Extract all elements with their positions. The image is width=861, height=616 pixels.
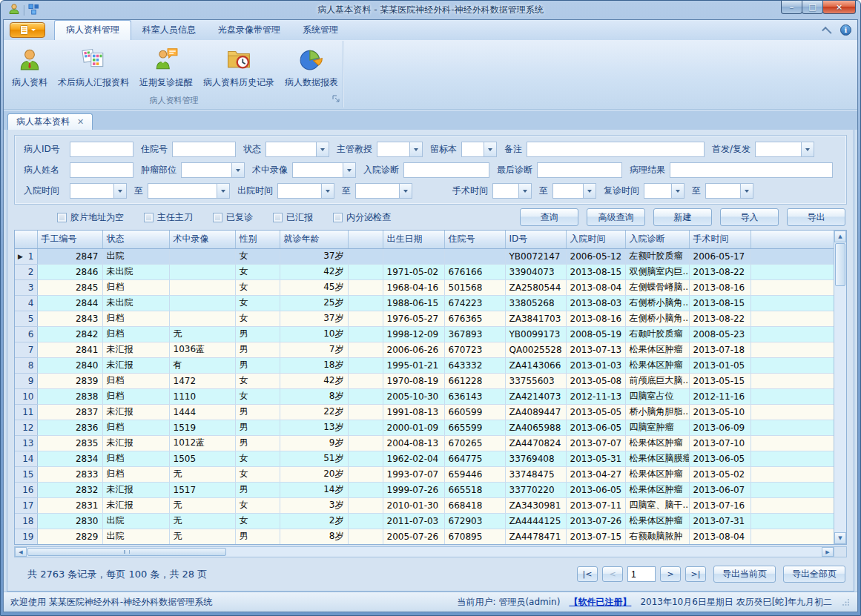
app-menu-button[interactable] (10, 22, 45, 38)
column-header-visit-age[interactable]: 就诊年龄 (280, 231, 348, 248)
cell-admission-no[interactable]: 501568 (444, 279, 505, 295)
cell-manual-no[interactable]: 2840 (37, 357, 102, 373)
cell-sex[interactable]: 男 (235, 435, 280, 451)
column-header-manual-no[interactable]: 手工编号 (37, 231, 102, 248)
cell-surgery-date[interactable]: 2012-11-16 (689, 388, 751, 404)
ribbon-tab-disc-tape-management[interactable]: 光盘录像带管理 (207, 20, 291, 40)
table-row[interactable]: 22846未出院女42岁1971-05-02676166339040732013… (15, 264, 835, 279)
cell-birth-date[interactable]: 1998-12-09 (383, 326, 444, 342)
surgery-video-combo-input[interactable] (293, 163, 343, 177)
cell-admission-no[interactable]: 674223 (444, 295, 505, 311)
cell-surgery-video[interactable]: 无 (169, 466, 235, 482)
cell-admission-no[interactable]: 636143 (444, 388, 505, 404)
chevron-down-icon[interactable] (231, 163, 244, 177)
table-row[interactable]: 42844未出院女25岁1988-06-15674223338052682013… (15, 295, 835, 311)
cell-admission-no[interactable]: 665518 (444, 482, 505, 497)
ribbon-tab-system-management[interactable]: 系统管理 (291, 20, 349, 40)
remarks-input[interactable] (527, 142, 705, 157)
cell-surgery-date[interactable]: 2013-08-22 (689, 311, 751, 326)
cell-admission-diagnosis[interactable]: 右颞叶胶质瘤 (625, 326, 689, 342)
cell-surgery-date[interactable]: 2013-05-15 (689, 373, 751, 388)
discharge-date-to-combo-input[interactable] (356, 184, 399, 198)
cell-sex[interactable]: 女 (235, 295, 280, 311)
table-row[interactable]: 142834归档1505女51岁1962-02-0466477533769408… (15, 451, 835, 466)
cell-manual-no[interactable]: 2842 (37, 326, 102, 342)
cell-manual-no[interactable]: 2844 (37, 295, 102, 311)
cell-admission-diagnosis[interactable]: 右额颞脑脓肿 (625, 529, 689, 544)
table-row[interactable]: 162832未汇报1517男14岁1999-07-266655183377022… (15, 482, 835, 497)
cell-manual-no[interactable]: 2834 (37, 451, 102, 466)
cell-manual-no[interactable]: 2836 (37, 420, 102, 435)
cell-admission-date[interactable]: 2013-08-16 (566, 311, 625, 326)
cell-visit-age[interactable]: 51岁 (280, 451, 348, 466)
cell-id-no[interactable]: ZA4214073 (505, 388, 566, 404)
cell-admission-date[interactable]: 2013-01-03 (566, 357, 625, 373)
dialog-launcher-icon[interactable] (332, 95, 340, 105)
cell-admission-date[interactable]: 2013-07-07 (566, 435, 625, 451)
cell-birth-date[interactable] (383, 248, 444, 264)
tumor-site-combo-input[interactable] (182, 163, 231, 177)
scroll-right-icon[interactable]: ▶ (822, 547, 834, 557)
close-button[interactable]: × (822, 1, 856, 14)
cell-admission-no[interactable]: 661228 (444, 373, 505, 388)
cell-admission-date[interactable]: 2012-11-13 (566, 388, 625, 404)
cell-id-no[interactable]: 33904073 (505, 264, 566, 279)
cell-manual-no[interactable]: 2835 (37, 435, 102, 451)
cell-id-no[interactable]: ZA4143066 (505, 357, 566, 373)
cell-id-no[interactable]: 33748475 (505, 466, 566, 482)
cell-status[interactable]: 归档 (102, 388, 169, 404)
cell-admission-date[interactable]: 2013-07-26 (566, 513, 625, 529)
cell-admission-diagnosis[interactable]: 桥小脑角胆脂... (625, 404, 689, 420)
patient-data-button[interactable]: 病人资料 (7, 43, 53, 90)
endocrine-exam-checkbox[interactable]: 内分泌检查 (333, 211, 391, 224)
followup-date-to-combo-input[interactable] (706, 184, 740, 198)
cell-birth-date[interactable]: 1988-06-15 (383, 295, 444, 311)
cell-admission-date[interactable]: 2013-05-05 (566, 404, 625, 420)
next-page-button[interactable]: > (660, 566, 681, 582)
column-header-status[interactable]: 状态 (102, 231, 169, 248)
specimen-combo-input[interactable] (462, 142, 484, 156)
cell-surgery-date[interactable]: 2013-05-10 (689, 404, 751, 420)
row-header[interactable]: 12 (15, 420, 37, 435)
cell-visit-age[interactable]: 42岁 (280, 264, 348, 279)
cell-sex[interactable]: 女 (235, 373, 280, 388)
cell-admission-diagnosis[interactable]: 松果体区脑膜瘤 (625, 451, 689, 466)
cell-status[interactable]: 归档 (102, 311, 169, 326)
cell-manual-no[interactable]: 2829 (37, 529, 102, 544)
status-combo[interactable] (265, 142, 329, 157)
cell-visit-age[interactable]: 9岁 (280, 435, 348, 451)
table-row[interactable]: 192829出院无男8岁2005-07-26670895ZA4478471201… (15, 529, 835, 544)
cell-visit-age[interactable]: 10岁 (280, 326, 348, 342)
cell-birth-date[interactable]: 1968-04-16 (383, 279, 444, 295)
checkbox-icon[interactable] (57, 213, 67, 222)
table-row[interactable]: 72841未汇报1036蓝男7岁2006-06-26670723QA002552… (15, 342, 835, 357)
scroll-down-icon[interactable]: ▼ (834, 532, 846, 544)
cell-id-no[interactable]: 33770220 (505, 482, 566, 497)
column-header-admission-diagnosis[interactable]: 入院诊断 (625, 231, 689, 248)
table-row[interactable]: 82840未汇报有男18岁1995-01-21643332ZA414306620… (15, 357, 835, 373)
cell-status[interactable]: 未汇报 (102, 482, 169, 497)
cell-surgery-video[interactable]: 有 (169, 357, 235, 373)
table-row[interactable]: 132835未汇报1012蓝男9岁2004-08-13670265ZA44708… (15, 435, 835, 451)
cell-sex[interactable]: 男 (235, 342, 280, 357)
cell-sex[interactable]: 男 (235, 357, 280, 373)
prev-page-button[interactable]: < (602, 566, 623, 582)
cell-id-no[interactable]: ZA4089447 (505, 404, 566, 420)
discharge-date-to-combo[interactable] (355, 183, 412, 199)
chevron-down-icon[interactable] (518, 184, 531, 198)
cell-status[interactable]: 归档 (102, 451, 169, 466)
maximize-button[interactable]: □ (802, 1, 823, 14)
cell-manual-no[interactable]: 2846 (37, 264, 102, 279)
chevron-down-icon[interactable] (113, 184, 126, 198)
cell-status[interactable]: 未汇报 (102, 342, 169, 357)
cell-surgery-date[interactable]: 2013-06-09 (689, 420, 751, 435)
cell-sex[interactable]: 女 (235, 388, 280, 404)
cell-manual-no[interactable]: 2843 (37, 311, 102, 326)
ribbon-tab-patient-data-management[interactable]: 病人资料管理 (54, 20, 131, 40)
table-row[interactable]: ▶12847出院女37岁YB00721472006-05-12左额叶胶质瘤200… (15, 248, 835, 264)
first-or-relapse-combo-input[interactable] (756, 142, 801, 156)
cell-surgery-video[interactable]: 1110 (169, 388, 235, 404)
cell-visit-age[interactable]: 37岁 (280, 248, 348, 264)
cell-sex[interactable]: 女 (235, 451, 280, 466)
postop-report-data-button[interactable]: 术后病人汇报资料 (53, 43, 134, 90)
